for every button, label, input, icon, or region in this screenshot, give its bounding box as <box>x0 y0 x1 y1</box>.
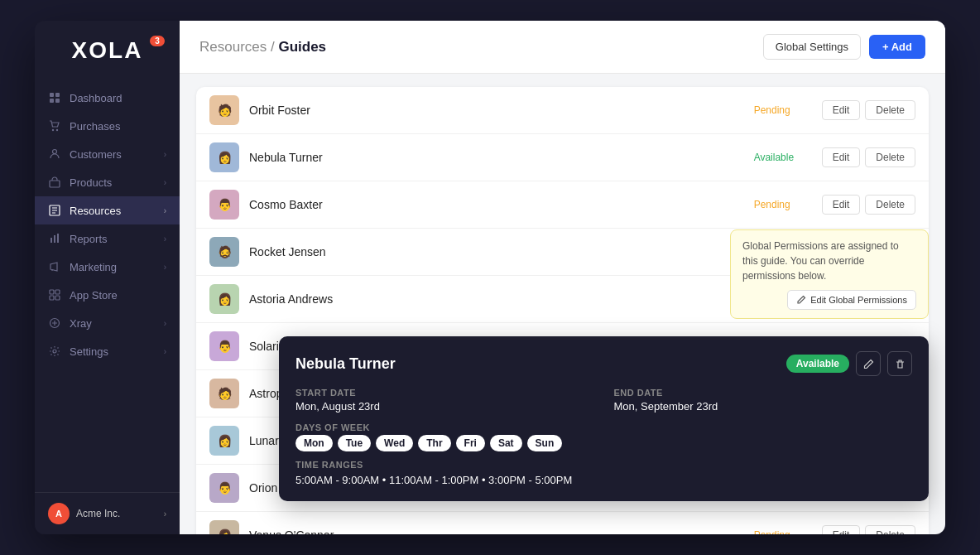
delete-button[interactable]: Delete <box>865 147 915 167</box>
main-content: Resources / Guides Global Settings + Add… <box>180 21 945 534</box>
end-date-field: End Date Mon, September 23rd <box>614 388 913 413</box>
sidebar-footer[interactable]: A Acme Inc. › <box>35 492 180 534</box>
resources-arrow: › <box>164 206 166 215</box>
svg-point-5 <box>56 129 58 131</box>
sidebar: XOLA 3 Dashboard Purchases Customers <box>35 21 180 534</box>
svg-rect-15 <box>55 296 60 300</box>
svg-point-4 <box>52 129 54 131</box>
settings-icon <box>48 345 61 358</box>
sidebar-item-dashboard[interactable]: Dashboard <box>35 84 180 112</box>
sidebar-item-resources[interactable]: Resources › <box>35 196 180 224</box>
svg-point-17 <box>53 350 56 353</box>
day-pill-thr: Thr <box>418 435 450 451</box>
day-pill-sat: Sat <box>490 435 522 451</box>
breadcrumb: Resources / Guides <box>199 39 326 56</box>
start-date-field: Start Date Mon, August 23rd <box>295 388 594 413</box>
sidebar-item-reports[interactable]: Reports › <box>35 224 180 253</box>
xray-icon <box>48 316 61 330</box>
guide-name: Nebula Turner <box>249 151 744 164</box>
sidebar-item-purchases[interactable]: Purchases <box>35 112 180 140</box>
status-badge: Pending <box>754 199 812 210</box>
marketing-arrow: › <box>164 263 166 272</box>
guide-actions: Edit Delete <box>822 525 915 534</box>
guide-actions: Edit Delete <box>822 147 915 167</box>
sidebar-item-label-reports: Reports <box>70 233 156 245</box>
detail-guide-name: Nebula Turner <box>295 355 396 373</box>
guide-detail-card: Nebula Turner Available Start Date <box>279 336 929 501</box>
status-badge: Pending <box>754 529 812 534</box>
svg-rect-12 <box>50 290 54 294</box>
pencil-icon <box>863 359 874 369</box>
avatar: 👩 <box>209 284 239 314</box>
trash-icon <box>895 359 906 369</box>
purchases-icon <box>48 119 61 133</box>
delete-button[interactable]: Delete <box>865 100 915 120</box>
guide-name: Venus O'Connor <box>249 528 744 534</box>
tooltip-message: Global Permissions are assigned to this … <box>742 239 916 283</box>
avatar: 🧔 <box>209 237 239 267</box>
guide-name: Astoria Andrews <box>249 292 744 306</box>
global-permissions-tooltip: Global Permissions are assigned to this … <box>730 229 929 319</box>
guide-actions: Edit Delete <box>822 195 915 215</box>
svg-rect-7 <box>50 181 60 187</box>
status-badge: Available <box>754 152 812 163</box>
sidebar-item-appstore[interactable]: App Store <box>35 281 180 309</box>
table-row: 👩 Venus O'Connor Pending Edit Delete <box>196 512 929 534</box>
avatar: 👩 <box>209 142 239 172</box>
end-date-label: End Date <box>614 388 913 398</box>
edit-button[interactable]: Edit <box>822 100 861 120</box>
edit-button[interactable]: Edit <box>822 147 861 167</box>
sidebar-nav: Dashboard Purchases Customers › Product <box>35 77 180 492</box>
days-row: Mon Tue Wed Thr Fri Sat Sun <box>295 435 912 451</box>
svg-rect-3 <box>55 99 60 103</box>
sidebar-item-label-purchases: Purchases <box>70 120 166 133</box>
avatar: 👨 <box>209 331 239 361</box>
day-pill-fri: Fri <box>456 435 485 451</box>
appstore-icon <box>48 288 61 302</box>
time-ranges-field: Time Ranges 5:00AM - 9:00AM • 11:00AM - … <box>295 460 912 486</box>
avatar: 👨 <box>209 473 239 503</box>
start-date-label: Start Date <box>295 388 594 398</box>
add-button[interactable]: + Add <box>869 35 925 59</box>
detail-delete-button[interactable] <box>887 351 912 376</box>
guide-name: Rocket Jensen <box>249 245 744 258</box>
sidebar-item-label-products: Products <box>70 176 156 189</box>
resources-icon <box>48 204 61 217</box>
avatar: 👨 <box>209 190 239 220</box>
customers-arrow: › <box>164 150 166 159</box>
detail-edit-button[interactable] <box>856 351 881 376</box>
time-ranges-value: 5:00AM - 9:00AM • 11:00AM - 1:00PM • 3:0… <box>295 474 912 486</box>
company-avatar: A <box>48 503 70 524</box>
global-settings-button[interactable]: Global Settings <box>763 34 861 60</box>
sidebar-item-products[interactable]: Products › <box>35 168 180 196</box>
breadcrumb-current: Guides <box>278 39 326 55</box>
xray-arrow: › <box>164 319 166 328</box>
delete-button[interactable]: Delete <box>865 195 915 215</box>
edit-global-permissions-button[interactable]: Edit Global Permissions <box>787 290 916 310</box>
delete-button[interactable]: Delete <box>865 525 915 534</box>
reports-arrow: › <box>164 234 166 244</box>
edit-button[interactable]: Edit <box>822 195 861 215</box>
reports-icon <box>48 232 61 245</box>
guide-name: Cosmo Baxter <box>249 198 744 211</box>
detail-dates-grid: Start Date Mon, August 23rd End Date Mon… <box>295 388 912 413</box>
edit-icon <box>796 295 806 305</box>
main-body: 🧑 Orbit Foster Pending Edit Delete 👩 Neb… <box>180 74 945 534</box>
company-name: Acme Inc. <box>76 508 157 519</box>
main-header: Resources / Guides Global Settings + Add <box>180 21 945 74</box>
day-pill-mon: Mon <box>295 435 333 451</box>
avatar: 🧑 <box>209 95 239 125</box>
svg-rect-13 <box>55 290 60 294</box>
svg-point-6 <box>53 150 57 154</box>
sidebar-item-label-xray: Xray <box>70 317 156 330</box>
sidebar-item-marketing[interactable]: Marketing › <box>35 253 180 281</box>
header-actions: Global Settings + Add <box>763 34 925 60</box>
sidebar-item-xray[interactable]: Xray › <box>35 309 180 337</box>
days-of-week-field: Days of Week Mon Tue Wed Thr Fri Sat Sun <box>295 422 912 451</box>
edit-button[interactable]: Edit <box>822 525 861 534</box>
sidebar-item-customers[interactable]: Customers › <box>35 140 180 168</box>
customers-icon <box>48 147 61 161</box>
sidebar-item-settings[interactable]: Settings › <box>35 337 180 365</box>
start-date-value: Mon, August 23rd <box>295 400 594 413</box>
logo: XOLA <box>72 37 143 64</box>
